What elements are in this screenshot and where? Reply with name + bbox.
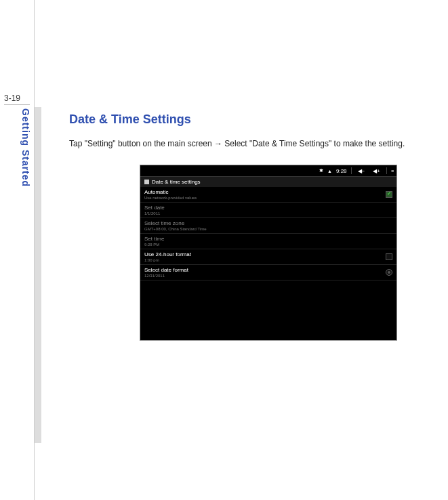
setting-row-24hour[interactable]: Use 24-hour format 1:00 pm: [140, 249, 396, 265]
setting-subtitle: 9:28 PM: [144, 243, 164, 247]
content-area: Date & Time Settings Tap "Setting" butto…: [69, 112, 448, 341]
breadcrumb-title: Date & time settings: [152, 179, 201, 185]
instruction-prefix: Tap "Setting" button on the main screen: [69, 139, 214, 148]
setting-title: Automatic: [144, 189, 197, 195]
status-time: 9:28: [336, 168, 347, 174]
setting-subtitle: Use network-provided values: [144, 196, 197, 200]
setting-title: Use 24-hour format: [144, 251, 191, 257]
grey-sidebar-bar: [35, 107, 41, 443]
setting-subtitle: GMT+08:00, China Standard Time: [144, 227, 207, 231]
setting-row-set-date[interactable]: Set date 1/1/2011: [140, 203, 396, 218]
setting-title: Set time: [144, 236, 164, 242]
status-divider: [386, 167, 387, 174]
setting-subtitle: 12/31/2011: [144, 274, 188, 278]
setting-row-set-time[interactable]: Set time 9:28 PM: [140, 234, 396, 249]
wifi-icon: ▲: [327, 169, 332, 173]
setting-title: Select date format: [144, 267, 188, 273]
menu-icon[interactable]: ≡: [391, 169, 394, 173]
instruction-text: Tap "Setting" button on the main screen …: [69, 139, 448, 148]
chapter-label: Getting Started: [20, 108, 31, 187]
volume-up-button[interactable]: ◀+: [371, 168, 382, 174]
status-divider: [351, 167, 352, 174]
setting-row-select-timezone[interactable]: Select time zone GMT+08:00, China Standa…: [140, 218, 396, 234]
breadcrumb-header: Date & time settings: [140, 176, 396, 187]
page-number: 3-19: [4, 93, 30, 105]
arrow-icon: →: [214, 139, 222, 148]
volume-down-button[interactable]: ◀−: [356, 168, 367, 174]
bluetooth-icon: ✱: [319, 168, 323, 173]
setting-row-date-format[interactable]: Select date format 12/31/2011: [140, 265, 396, 280]
setting-title: Select time zone: [144, 220, 207, 226]
date-format-selector[interactable]: [386, 269, 392, 276]
embedded-screenshot: ✱ ▲ 9:28 ◀− ◀+ ≡ Date & time settings Au…: [140, 165, 397, 341]
home-icon[interactable]: [144, 180, 149, 184]
instruction-suffix: Select "Date & Time Settings" to make th…: [222, 139, 405, 148]
setting-subtitle: 1/1/2011: [144, 211, 165, 215]
setting-row-automatic[interactable]: Automatic Use network-provided values: [140, 187, 396, 203]
automatic-checkbox[interactable]: [386, 191, 392, 198]
status-bar: ✱ ▲ 9:28 ◀− ◀+ ≡: [140, 165, 396, 176]
section-heading: Date & Time Settings: [69, 112, 448, 127]
setting-subtitle: 1:00 pm: [144, 258, 191, 262]
24hour-checkbox[interactable]: [386, 253, 392, 260]
setting-title: Set date: [144, 205, 165, 211]
